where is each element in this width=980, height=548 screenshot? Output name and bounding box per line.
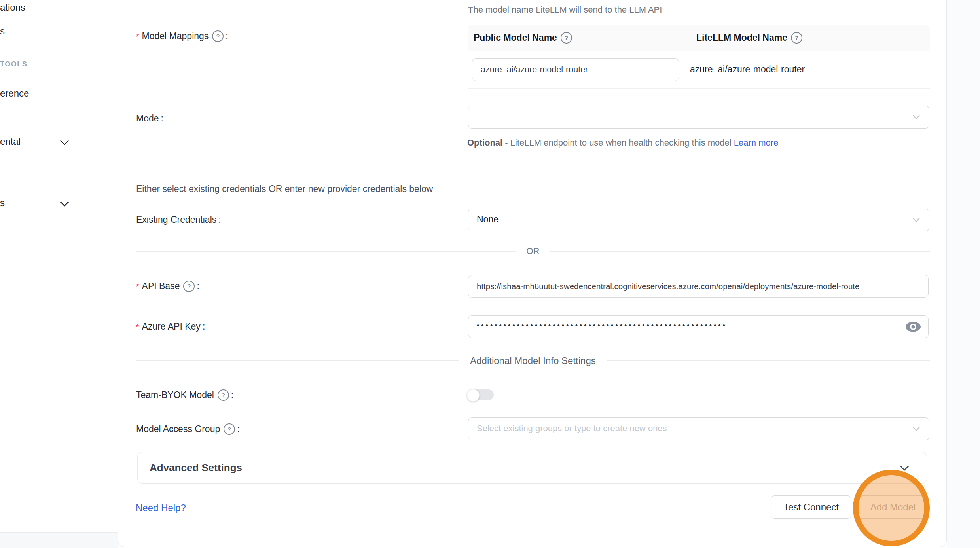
required-asterisk: *: [136, 32, 139, 42]
help-icon[interactable]: ?: [224, 423, 235, 435]
sidebar-item-ations[interactable]: ations: [0, 2, 25, 13]
litellm-model-name-helper: The model name LiteLLM will send to the …: [468, 5, 662, 15]
eye-icon[interactable]: [905, 321, 921, 333]
azure-api-key-label: * Azure API Key :: [136, 320, 205, 332]
help-icon[interactable]: ?: [218, 389, 229, 401]
litellm-model-name-value: azure_ai/azure-model-router: [690, 64, 805, 75]
sidebar-item-erence[interactable]: erence: [0, 87, 29, 99]
chevron-down-icon: [60, 137, 69, 146]
test-connect-button[interactable]: Test Connect: [771, 495, 851, 519]
sidebar-section-label: TOOLS: [0, 60, 27, 68]
sidebar-section-tools: TOOLS: [0, 58, 27, 70]
chevron-down-icon: [912, 216, 921, 224]
azure-api-key-input[interactable]: ••••••••••••••••••••••••••••••••••••••••…: [468, 315, 929, 338]
need-help-link[interactable]: Need Help?: [136, 502, 186, 514]
advanced-settings-title: Advanced Settings: [150, 462, 242, 474]
help-icon[interactable]: ?: [183, 281, 195, 292]
existing-credentials-label: Existing Credentials :: [136, 214, 221, 225]
litellm-model-name-header: LiteLLM Model Name ?: [690, 30, 930, 46]
chevron-down-icon: [912, 425, 921, 432]
mode-select[interactable]: [468, 106, 929, 129]
required-asterisk: *: [136, 282, 139, 292]
mode-helper: Optional - LiteLLM endpoint to use when …: [467, 135, 796, 151]
sidebar-item-label: erence: [0, 88, 29, 99]
credentials-note: Either select existing credentials OR en…: [136, 184, 433, 194]
api-base-label: * API Base ? :: [136, 280, 199, 292]
add-model-page: ations s TOOLS erence ental s The model …: [0, 0, 980, 548]
help-icon[interactable]: ?: [212, 30, 224, 42]
learn-more-link[interactable]: Learn more: [734, 138, 779, 148]
model-access-group-select[interactable]: Select existing groups or type to create…: [468, 417, 929, 440]
required-asterisk: *: [136, 322, 139, 332]
model-access-group-placeholder: Select existing groups or type to create…: [477, 423, 667, 434]
existing-credentials-select[interactable]: None: [468, 209, 929, 231]
sidebar-item-s2[interactable]: s: [0, 197, 118, 209]
sidebar-item-label: ations: [0, 2, 25, 13]
add-model-button[interactable]: Add Model: [857, 495, 929, 519]
or-divider: OR: [136, 246, 930, 256]
chevron-down-icon: [60, 198, 69, 207]
public-model-name-header: Public Model Name ?: [468, 32, 690, 44]
sidebar-item-ental[interactable]: ental: [0, 136, 118, 148]
mode-label: Mode :: [136, 113, 163, 124]
sidebar-item-s1[interactable]: s: [0, 25, 5, 37]
help-icon[interactable]: ?: [561, 32, 572, 44]
public-model-name-input[interactable]: azure_ai/azure-model-router: [472, 58, 679, 81]
api-base-input[interactable]: https://ishaa-mh6uutut-swedencentral.cog…: [468, 275, 929, 298]
table-row-divider: [468, 88, 930, 89]
help-icon[interactable]: ?: [791, 32, 802, 44]
model-mappings-label: * Model Mappings ? :: [136, 30, 228, 42]
additional-settings-divider: Additional Model Info Settings: [136, 355, 930, 366]
sidebar-item-label: s: [0, 197, 5, 209]
sidebar-item-label: ental: [0, 136, 21, 147]
toggle-knob: [467, 389, 480, 402]
model-mappings-header: Public Model Name ? LiteLLM Model Name ?: [468, 25, 930, 51]
page-background-bottom: [0, 532, 118, 548]
api-key-dots: ••••••••••••••••••••••••••••••••••••••••…: [477, 322, 727, 330]
advanced-settings-panel[interactable]: Advanced Settings: [137, 452, 927, 484]
sidebar-item-label: s: [0, 26, 5, 37]
chevron-down-icon: [912, 114, 921, 121]
team-byok-label: Team-BYOK Model ? :: [136, 389, 233, 401]
model-access-group-label: Model Access Group ? :: [136, 423, 240, 435]
page-background: [947, 0, 980, 548]
chevron-down-icon: [900, 462, 909, 471]
